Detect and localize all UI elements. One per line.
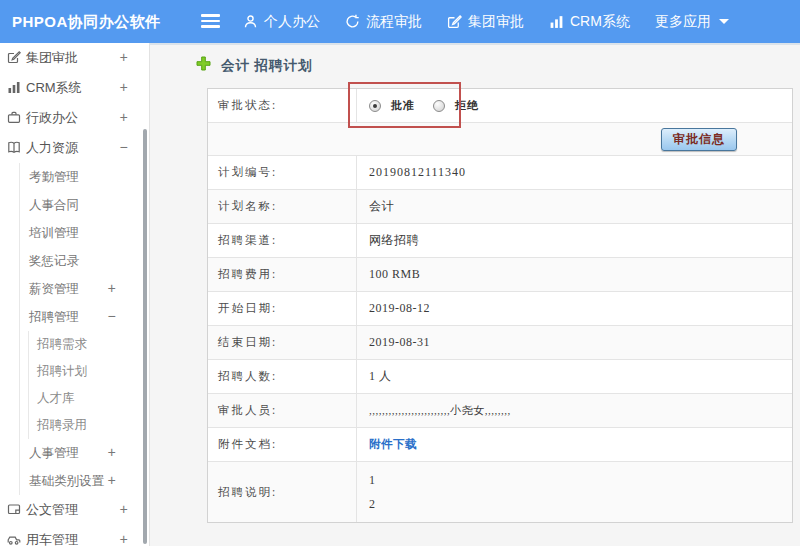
approval-status-row: 审批状态: 批准 拒绝: [208, 89, 792, 123]
attachment-download-link[interactable]: 附件下载: [369, 437, 417, 452]
sidebar-item-recruit-mgmt[interactable]: 招聘管理 −: [20, 303, 149, 331]
field-label: 计划名称:: [208, 190, 357, 223]
sidebar-item-hr[interactable]: 人力资源 −: [0, 133, 149, 163]
sidebar-item-label: 人力资源: [26, 139, 78, 157]
reject-radio[interactable]: [433, 100, 445, 112]
nav-process-approval[interactable]: 流程审批: [345, 13, 422, 31]
hamburger-menu-icon[interactable]: [201, 14, 220, 29]
sidebar-item-label: 集团审批: [26, 49, 78, 67]
table-row-end-date: 结束日期: 2019-08-31: [208, 326, 792, 360]
field-label: 招聘人数:: [208, 360, 357, 393]
approval-status-value: 批准 拒绝: [357, 89, 792, 122]
approve-radio-label: 批准: [391, 98, 415, 113]
collapse-icon[interactable]: −: [108, 303, 116, 331]
sidebar-item-label: CRM系统: [26, 79, 82, 97]
approve-radio[interactable]: [369, 100, 381, 112]
reject-radio-label: 拒绝: [455, 98, 479, 113]
field-value: 1 2: [357, 462, 792, 522]
field-value: 100 RMB: [357, 258, 792, 291]
sidebar-item-hr-contract[interactable]: 人事合同: [20, 191, 149, 219]
table-row-headcount: 招聘人数: 1 人: [208, 360, 792, 394]
approve-info-button-row: 审批信息: [208, 123, 792, 156]
field-label: 招聘费用:: [208, 258, 357, 291]
caret-down-icon: [719, 19, 729, 24]
expand-icon[interactable]: +: [120, 110, 128, 126]
field-label: 计划编号:: [208, 156, 357, 189]
nav-item-label: 集团审批: [468, 13, 524, 31]
nav-item-label: 更多应用: [655, 13, 711, 31]
sidebar-item-label: 用车管理: [26, 531, 78, 546]
description-line: 1: [369, 473, 376, 488]
expand-icon[interactable]: +: [120, 532, 128, 546]
sidebar-item-personnel-mgmt[interactable]: 人事管理 +: [20, 439, 149, 467]
briefcase-icon: [7, 110, 21, 127]
field-value: 网络招聘: [357, 224, 792, 257]
sidebar-item-recruit-plan[interactable]: 招聘计划: [29, 358, 149, 385]
topbar: PHPOA协同办公软件 个人办公 流程审批: [0, 0, 800, 43]
hr-submenu: 考勤管理 人事合同 培训管理 奖惩记录 薪资管理 + 招聘管理 − 招聘需求 招…: [19, 163, 149, 495]
recruit-submenu: 招聘需求 招聘计划 人才库 招聘录用: [28, 331, 149, 439]
sidebar-item-document-mgmt[interactable]: 公文管理 +: [0, 495, 149, 525]
table-row-start-date: 开始日期: 2019-08-12: [208, 292, 792, 326]
car-icon: [7, 532, 21, 546]
table-row-recruit-channel: 招聘渠道: 网络招聘: [208, 224, 792, 258]
bar-chart-icon: [7, 80, 21, 97]
table-row-approvers: 审批人员: ,,,,,,,,,,,,,,,,,,,,,,,,,小尧女,,,,,,…: [208, 394, 792, 428]
sidebar-item-admin-office[interactable]: 行政办公 +: [0, 103, 149, 133]
field-label: 开始日期:: [208, 292, 357, 325]
sidebar-item-rewards[interactable]: 奖惩记录: [20, 247, 149, 275]
field-value: 会计: [357, 190, 792, 223]
table-row-plan-number: 计划编号: 20190812111340: [208, 156, 792, 190]
nav-group-approval[interactable]: 集团审批: [447, 13, 524, 31]
sidebar-item-training[interactable]: 培训管理: [20, 219, 149, 247]
field-label: 招聘渠道:: [208, 224, 357, 257]
edit-square-icon: [447, 14, 462, 29]
expand-icon[interactable]: +: [108, 467, 116, 495]
table-row-attachment: 附件文档: 附件下载: [208, 428, 792, 462]
sidebar-item-vehicle-mgmt[interactable]: 用车管理 +: [0, 525, 149, 546]
sidebar-item-group-approval[interactable]: 集团审批 +: [0, 43, 149, 73]
nav-crm-system[interactable]: CRM系统: [549, 13, 630, 31]
main-content: 会计 招聘计划 审批状态: 批准 拒绝 审批信息 计划编号: 201908121…: [150, 45, 800, 546]
book-icon: [7, 140, 21, 157]
sidebar-item-base-category[interactable]: 基础类别设置 +: [20, 467, 149, 495]
expand-icon[interactable]: +: [120, 50, 128, 66]
recruit-plan-detail-table: 审批状态: 批准 拒绝 审批信息 计划编号: 20190812111340 计划…: [207, 88, 793, 523]
app-logo: PHPOA协同办公软件: [12, 0, 161, 43]
field-label: 招聘说明:: [208, 462, 357, 522]
expand-icon[interactable]: +: [108, 275, 116, 303]
sidebar-item-recruit-hire[interactable]: 招聘录用: [29, 412, 149, 439]
field-value: 附件下载: [357, 428, 792, 461]
approve-info-button[interactable]: 审批信息: [661, 128, 737, 151]
field-label: 审批人员:: [208, 394, 357, 427]
bar-chart-icon: [549, 14, 564, 29]
table-row-recruit-cost: 招聘费用: 100 RMB: [208, 258, 792, 292]
expand-icon[interactable]: +: [120, 502, 128, 518]
collapse-icon[interactable]: −: [120, 140, 128, 156]
sidebar-item-attendance[interactable]: 考勤管理: [20, 163, 149, 191]
expand-icon[interactable]: +: [120, 80, 128, 96]
person-icon: [243, 14, 258, 29]
approval-radio-group: 批准 拒绝: [369, 98, 487, 113]
description-line: 2: [369, 497, 376, 512]
field-label: 审批状态:: [208, 89, 357, 122]
nav-item-label: 流程审批: [366, 13, 422, 31]
sidebar-item-recruit-demand[interactable]: 招聘需求: [29, 331, 149, 358]
content-top-divider: [150, 43, 800, 45]
field-value: 2019-08-12: [357, 292, 792, 325]
nav-item-label: CRM系统: [570, 13, 630, 31]
table-row-plan-name: 计划名称: 会计: [208, 190, 792, 224]
nav-more-apps[interactable]: 更多应用: [655, 13, 729, 31]
nav-personal-office[interactable]: 个人办公: [243, 13, 320, 31]
sidebar-item-talent-pool[interactable]: 人才库: [29, 385, 149, 412]
document-icon: [7, 502, 21, 519]
field-value: 1 人: [357, 360, 792, 393]
process-icon: [345, 14, 360, 29]
nav-item-label: 个人办公: [264, 13, 320, 31]
field-value: 2019-08-31: [357, 326, 792, 359]
expand-icon[interactable]: +: [108, 439, 116, 467]
sidebar-scrollbar[interactable]: [143, 129, 147, 544]
sidebar-item-crm[interactable]: CRM系统 +: [0, 73, 149, 103]
sidebar-item-salary[interactable]: 薪资管理 +: [20, 275, 149, 303]
add-plus-icon[interactable]: [196, 56, 211, 75]
